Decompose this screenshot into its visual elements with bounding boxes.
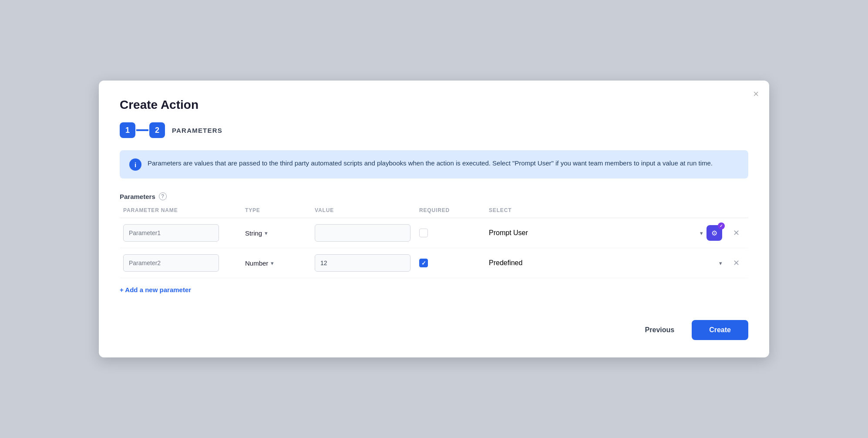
td-value-1 [311, 224, 416, 242]
step-1-badge: 1 [120, 122, 135, 138]
th-name: PARAMETER NAME [120, 207, 242, 213]
info-banner: i Parameters are values that are passed … [120, 150, 748, 179]
value-input-2[interactable] [315, 254, 410, 272]
info-icon: i [129, 158, 141, 171]
close-button[interactable]: × [753, 89, 759, 99]
check-mark-2: ✓ [421, 260, 426, 266]
td-type-1: String ▾ [242, 229, 311, 237]
gear-badge-check-1: ✓ [720, 224, 723, 228]
th-select: SELECT [485, 207, 726, 213]
required-checkbox-1[interactable] [419, 229, 428, 237]
value-input-1[interactable] [315, 224, 410, 242]
td-delete-2: ✕ [726, 256, 748, 270]
delete-row-button-2[interactable]: ✕ [729, 256, 743, 270]
gear-button-1[interactable]: ⚙ ✓ [707, 225, 722, 241]
td-type-2: Number ▾ [242, 259, 311, 267]
th-required: REQUIRED [416, 207, 485, 213]
steps-row: 1 2 PARAMETERS [120, 122, 748, 138]
type-value-2: Number [245, 259, 268, 267]
type-select-1[interactable]: String ▾ [245, 229, 308, 237]
select-row-2: Predefined ▾ [489, 259, 722, 267]
required-checkbox-2[interactable]: ✓ [419, 259, 428, 267]
td-select-2: Predefined ▾ [485, 259, 726, 267]
td-delete-1: ✕ [726, 226, 748, 240]
param-name-input-2[interactable] [123, 254, 219, 272]
th-actions [726, 207, 748, 213]
chevron-down-icon-2: ▾ [271, 260, 274, 266]
td-param-name-2 [120, 254, 242, 272]
parameters-section-label: Parameters ? [120, 192, 748, 200]
select-value-1: Prompt User [489, 229, 696, 237]
chevron-down-icon: ▾ [265, 230, 268, 236]
footer-row: Previous Create [120, 320, 748, 340]
select-row-1: Prompt User ▾ ⚙ ✓ [489, 225, 722, 241]
td-param-name-1 [120, 224, 242, 242]
step-2-badge: 2 [149, 122, 165, 138]
modal-title: Create Action [120, 98, 748, 112]
chevron-down-icon-select-1: ▾ [700, 230, 703, 236]
th-type: TYPE [242, 207, 311, 213]
gear-badge-1: ✓ [718, 222, 725, 229]
type-value-1: String [245, 229, 262, 237]
td-required-2: ✓ [416, 259, 485, 267]
param-name-input-1[interactable] [123, 224, 219, 242]
delete-row-button-1[interactable]: ✕ [729, 226, 743, 240]
create-button[interactable]: Create [692, 320, 748, 340]
type-select-2[interactable]: Number ▾ [245, 259, 308, 267]
help-icon[interactable]: ? [159, 192, 167, 200]
parameters-label: Parameters [120, 193, 155, 200]
modal-container: × Create Action 1 2 PARAMETERS i Paramet… [99, 81, 769, 357]
chevron-down-icon-select-2: ▾ [719, 260, 722, 266]
td-value-2 [311, 254, 416, 272]
info-text: Parameters are values that are passed to… [148, 158, 713, 169]
table-row: String ▾ Prompt User ▾ ⚙ ✓ ✕ [120, 218, 748, 248]
previous-button[interactable]: Previous [636, 322, 683, 338]
add-parameter-link[interactable]: + Add a new parameter [120, 286, 191, 293]
th-value: VALUE [311, 207, 416, 213]
steps-label: PARAMETERS [172, 127, 222, 134]
td-select-1: Prompt User ▾ ⚙ ✓ [485, 225, 726, 241]
table-header: PARAMETER NAME TYPE VALUE REQUIRED SELEC… [120, 207, 748, 218]
td-required-1 [416, 229, 485, 237]
table-row: Number ▾ ✓ Predefined ▾ ✕ [120, 248, 748, 278]
select-value-2: Predefined [489, 259, 716, 267]
step-connector [136, 129, 148, 131]
